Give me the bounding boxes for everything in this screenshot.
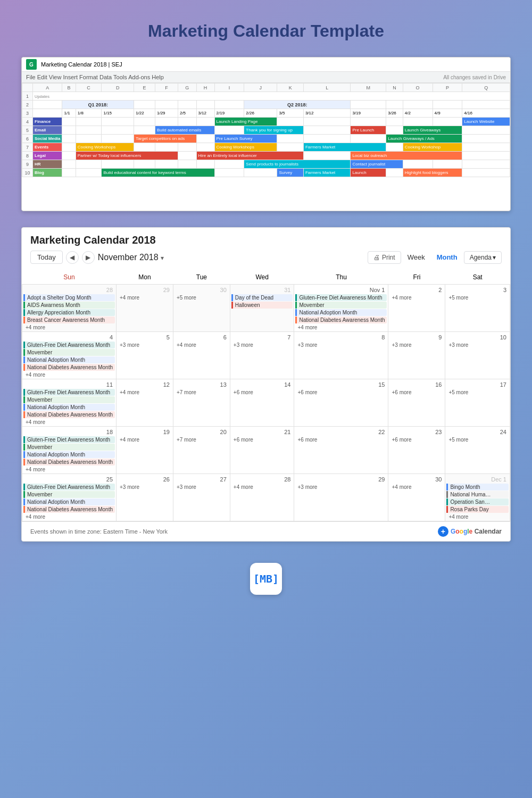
prev-month-button[interactable]: ◀ — [66, 251, 79, 264]
calendar-cell: 14 +6 more — [230, 379, 294, 427]
calendar-nav-bar: Today ◀ ▶ November 2018 ▾ 🖨 Print Week M… — [30, 251, 502, 264]
calendar-grid: Sun Mon Tue Wed Thu Fri Sat 28 Adopt a S… — [22, 270, 510, 521]
event-gluten-free[interactable]: Gluten-Free Diet Awareness Month — [23, 342, 115, 348]
more-events-link[interactable]: +4 more — [231, 484, 255, 491]
more-events-link[interactable]: +5 more — [446, 294, 470, 301]
more-events-link[interactable]: +3 more — [295, 342, 319, 348]
timezone-label: Events shown in time zone: Eastern Time … — [30, 528, 168, 535]
day-header-sat: Sat — [445, 270, 510, 285]
event-national-diabetes[interactable]: National Diabetes Awareness Month — [295, 317, 387, 323]
event-gluten-free[interactable]: Gluten-Free Diet Awareness Month — [295, 294, 387, 301]
more-events-link[interactable]: +5 more — [446, 389, 470, 396]
more-events-link[interactable]: +4 more — [446, 513, 470, 520]
calendar-title: Marketing Calendar 2018 — [30, 234, 502, 246]
more-events-link[interactable]: +6 more — [389, 436, 413, 443]
event-allergy[interactable]: Allergy Appreciation Month — [23, 309, 115, 316]
more-events-link[interactable]: +6 more — [295, 389, 319, 396]
month-view-button[interactable]: Month — [431, 251, 463, 263]
more-events-link[interactable]: +3 more — [118, 342, 142, 348]
more-events-link[interactable]: +4 more — [23, 513, 47, 520]
more-events-link[interactable]: +7 more — [174, 389, 198, 396]
more-events-link[interactable]: +4 more — [118, 436, 142, 443]
event-day-of-dead[interactable]: Day of the Dead — [231, 294, 293, 301]
calendar-header: Marketing Calendar 2018 Today ◀ ▶ Novemb… — [22, 228, 510, 270]
event-movember[interactable]: Movember — [23, 349, 115, 356]
more-events-link[interactable]: +3 more — [295, 484, 319, 491]
more-events-link[interactable]: +5 more — [446, 436, 470, 443]
next-month-button[interactable]: ▶ — [82, 251, 95, 264]
more-events-link[interactable]: +3 more — [231, 342, 255, 348]
calendar-cell: 19 +4 more — [117, 427, 173, 474]
week-view-button[interactable]: Week — [402, 251, 430, 263]
spreadsheet-title-bar: G Marketing Calendar 2018 | SEJ — [22, 57, 510, 72]
event-national-adoption[interactable]: National Adoption Month — [23, 356, 115, 363]
more-events-link[interactable]: +4 more — [23, 419, 47, 426]
more-events-link[interactable]: +6 more — [231, 389, 255, 396]
event-movember[interactable]: Movember — [23, 396, 115, 403]
event-movember[interactable]: Movember — [23, 491, 115, 498]
event-national-diabetes[interactable]: National Diabetes Awareness Month — [23, 506, 115, 513]
day-header-thu: Thu — [294, 270, 388, 285]
more-events-link[interactable]: +5 more — [174, 294, 198, 301]
event-breast-cancer[interactable]: Breast Cancer Awareness Month — [23, 317, 115, 323]
calendar-cell: 7 +3 more — [230, 332, 294, 379]
calendar-cell: 30 +5 more — [173, 285, 230, 332]
more-events-link[interactable]: +7 more — [174, 436, 198, 443]
calendar-cell: 3 +5 more — [445, 285, 510, 332]
event-operation-santa[interactable]: Operation San… — [446, 498, 509, 505]
event-gluten-free[interactable]: Gluten-Free Diet Awareness Month — [23, 484, 115, 491]
event-bingo-month[interactable]: Bingo Month — [446, 484, 509, 491]
calendar-cell: 21 +6 more — [230, 427, 294, 474]
calendar-container: Marketing Calendar 2018 Today ◀ ▶ Novemb… — [21, 227, 511, 542]
event-national-human[interactable]: National Huma… — [446, 491, 509, 498]
event-gluten-free[interactable]: Gluten-Free Diet Awareness Month — [23, 389, 115, 396]
calendar-cell: 5 +3 more — [117, 332, 173, 379]
more-events-link[interactable]: +4 more — [174, 342, 198, 348]
print-button[interactable]: 🖨 Print — [368, 251, 401, 264]
event-national-adoption[interactable]: National Adoption Month — [23, 498, 115, 505]
google-sheets-icon: G — [26, 59, 37, 70]
event-national-adoption[interactable]: National Adoption Month — [295, 309, 387, 316]
day-header-tue: Tue — [173, 270, 230, 285]
more-events-link[interactable]: +4 more — [389, 484, 413, 491]
google-calendar-label: Google Calendar — [451, 528, 502, 535]
more-events-link[interactable]: +4 more — [23, 466, 47, 473]
calendar-cell: 16 +6 more — [388, 379, 445, 427]
today-button[interactable]: Today — [30, 251, 63, 264]
google-plus-icon: + — [438, 526, 448, 537]
more-events-link[interactable]: +3 more — [389, 342, 413, 348]
more-events-link[interactable]: +4 more — [23, 324, 47, 331]
more-events-link[interactable]: +3 more — [118, 484, 142, 491]
day-header-mon: Mon — [117, 270, 173, 285]
calendar-cell: 9 +3 more — [388, 332, 445, 379]
event-aids[interactable]: AIDS Awarness Month — [23, 302, 115, 309]
calendar-week-5: 25 Gluten-Free Diet Awareness Month Move… — [22, 474, 510, 521]
event-rosa-parks[interactable]: Rosa Parks Day — [446, 506, 509, 513]
event-movember[interactable]: Movember — [23, 444, 115, 451]
spreadsheet-title: Marketing Calendar 2018 | SEJ — [41, 61, 122, 68]
more-events-link[interactable]: +3 more — [446, 342, 470, 348]
spreadsheet-toolbar: File Edit View Insert Format Data Tools … — [22, 72, 510, 83]
more-events-link[interactable]: +4 more — [295, 324, 319, 331]
event-adopt-shelter[interactable]: Adopt a Shelter Dog Month — [23, 294, 115, 301]
event-halloween[interactable]: Halloween — [231, 302, 293, 309]
day-header-fri: Fri — [388, 270, 445, 285]
calendar-footer: Events shown in time zone: Eastern Time … — [22, 521, 510, 541]
more-events-link[interactable]: +6 more — [389, 389, 413, 396]
more-events-link[interactable]: +4 more — [389, 294, 413, 301]
event-gluten-free[interactable]: Gluten-Free Diet Awareness Month — [23, 436, 115, 443]
more-events-link[interactable]: +6 more — [231, 436, 255, 443]
event-national-diabetes[interactable]: National Diabetes Awareness Month — [23, 459, 115, 466]
event-national-adoption[interactable]: National Adoption Month — [23, 451, 115, 458]
agenda-button[interactable]: Agenda ▾ — [464, 251, 502, 264]
event-national-adoption[interactable]: National Adoption Month — [23, 404, 115, 411]
more-events-link[interactable]: +4 more — [118, 389, 142, 396]
more-events-link[interactable]: +3 more — [174, 484, 198, 491]
event-movember[interactable]: Movember — [295, 302, 387, 309]
event-national-diabetes[interactable]: National Diabetes Awareness Month — [23, 364, 115, 371]
more-events-link[interactable]: +6 more — [295, 436, 319, 443]
more-events-link[interactable]: +4 more — [23, 371, 47, 378]
calendar-cell: 17 +5 more — [445, 379, 510, 427]
event-national-diabetes[interactable]: National Diabetes Awareness Month — [23, 411, 115, 418]
more-events-link[interactable]: +4 more — [118, 294, 142, 301]
